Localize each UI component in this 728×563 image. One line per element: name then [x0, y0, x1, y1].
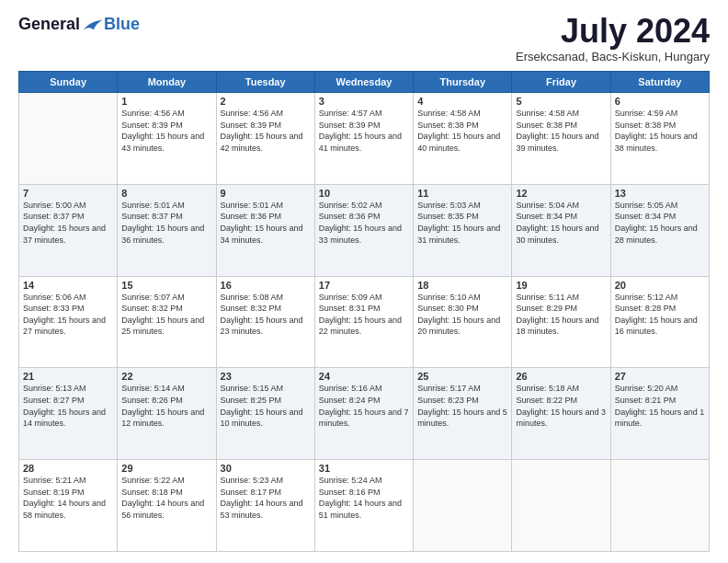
header-friday: Friday: [512, 72, 610, 93]
day-number: 31: [319, 463, 409, 474]
day-number: 1: [121, 96, 211, 107]
day-number: 5: [516, 96, 606, 107]
sunset-text: Sunset: 8:28 PM: [615, 303, 705, 315]
day-number: 20: [615, 280, 705, 291]
table-cell: 27Sunrise: 5:20 AMSunset: 8:21 PMDayligh…: [610, 368, 709, 460]
day-number: 16: [221, 280, 311, 291]
sunrise-text: Sunrise: 4:56 AM: [121, 108, 211, 120]
table-cell: 16Sunrise: 5:08 AMSunset: 8:32 PMDayligh…: [216, 276, 314, 368]
sunrise-text: Sunrise: 4:59 AM: [615, 108, 705, 120]
weekday-header-row: Sunday Monday Tuesday Wednesday Thursday…: [19, 72, 710, 93]
sunrise-text: Sunrise: 4:58 AM: [516, 108, 606, 120]
sunset-text: Sunset: 8:39 PM: [121, 120, 211, 132]
day-info: Sunrise: 4:57 AMSunset: 8:39 PMDaylight:…: [319, 108, 409, 154]
day-info: Sunrise: 5:15 AMSunset: 8:25 PMDaylight:…: [221, 383, 311, 429]
daylight-text: Daylight: 15 hours and 34 minutes.: [221, 223, 311, 246]
table-cell: 29Sunrise: 5:22 AMSunset: 8:18 PMDayligh…: [118, 460, 216, 552]
logo: General Blue: [18, 15, 140, 34]
daylight-text: Daylight: 15 hours and 39 minutes.: [516, 131, 606, 154]
sunset-text: Sunset: 8:23 PM: [417, 395, 507, 407]
sunrise-text: Sunrise: 5:13 AM: [23, 383, 113, 395]
table-cell: 19Sunrise: 5:11 AMSunset: 8:29 PMDayligh…: [512, 276, 610, 368]
day-info: Sunrise: 5:04 AMSunset: 8:34 PMDaylight:…: [516, 200, 606, 246]
sunset-text: Sunset: 8:31 PM: [319, 303, 409, 315]
sunrise-text: Sunrise: 5:11 AM: [516, 292, 606, 304]
day-number: 22: [121, 371, 211, 382]
location-subtitle: Ersekcsanad, Bacs-Kiskun, Hungary: [516, 50, 710, 63]
table-cell: 12Sunrise: 5:04 AMSunset: 8:34 PMDayligh…: [512, 184, 610, 276]
table-cell: 6Sunrise: 4:59 AMSunset: 8:38 PMDaylight…: [610, 93, 709, 185]
table-cell: 30Sunrise: 5:23 AMSunset: 8:17 PMDayligh…: [216, 460, 314, 552]
table-cell: [512, 460, 610, 552]
daylight-text: Daylight: 15 hours and 42 minutes.: [221, 131, 311, 154]
sunset-text: Sunset: 8:19 PM: [23, 487, 113, 499]
day-info: Sunrise: 5:11 AMSunset: 8:29 PMDaylight:…: [516, 292, 606, 338]
sunrise-text: Sunrise: 5:17 AM: [417, 383, 507, 395]
table-cell: 24Sunrise: 5:16 AMSunset: 8:24 PMDayligh…: [314, 368, 413, 460]
daylight-text: Daylight: 15 hours and 33 minutes.: [319, 223, 409, 246]
sunset-text: Sunset: 8:32 PM: [121, 303, 211, 315]
daylight-text: Daylight: 15 hours and 1 minute.: [615, 407, 705, 430]
sunrise-text: Sunrise: 5:16 AM: [319, 383, 409, 395]
sunset-text: Sunset: 8:18 PM: [121, 487, 211, 499]
sunrise-text: Sunrise: 5:01 AM: [221, 200, 311, 212]
day-number: 7: [23, 188, 113, 199]
table-cell: 7Sunrise: 5:00 AMSunset: 8:37 PMDaylight…: [19, 184, 118, 276]
day-info: Sunrise: 5:21 AMSunset: 8:19 PMDaylight:…: [23, 475, 113, 521]
daylight-text: Daylight: 15 hours and 37 minutes.: [23, 223, 113, 246]
daylight-text: Daylight: 14 hours and 53 minutes.: [221, 498, 311, 521]
sunrise-text: Sunrise: 5:03 AM: [417, 200, 507, 212]
day-info: Sunrise: 5:06 AMSunset: 8:33 PMDaylight:…: [23, 292, 113, 338]
daylight-text: Daylight: 15 hours and 40 minutes.: [417, 131, 507, 154]
daylight-text: Daylight: 14 hours and 51 minutes.: [319, 498, 409, 521]
table-cell: 20Sunrise: 5:12 AMSunset: 8:28 PMDayligh…: [610, 276, 709, 368]
sunrise-text: Sunrise: 5:08 AM: [221, 292, 311, 304]
sunrise-text: Sunrise: 5:15 AM: [221, 383, 311, 395]
header-thursday: Thursday: [414, 72, 512, 93]
table-cell: 5Sunrise: 4:58 AMSunset: 8:38 PMDaylight…: [512, 93, 610, 185]
sunrise-text: Sunrise: 5:24 AM: [319, 475, 409, 487]
daylight-text: Daylight: 15 hours and 3 minutes.: [516, 407, 606, 430]
day-info: Sunrise: 5:10 AMSunset: 8:30 PMDaylight:…: [417, 292, 507, 338]
calendar-week-row: 21Sunrise: 5:13 AMSunset: 8:27 PMDayligh…: [19, 368, 710, 460]
header-monday: Monday: [118, 72, 216, 93]
day-number: 17: [319, 280, 409, 291]
day-info: Sunrise: 5:05 AMSunset: 8:34 PMDaylight:…: [615, 200, 705, 246]
table-cell: 14Sunrise: 5:06 AMSunset: 8:33 PMDayligh…: [19, 276, 118, 368]
sunrise-text: Sunrise: 5:22 AM: [121, 475, 211, 487]
daylight-text: Daylight: 15 hours and 23 minutes.: [221, 315, 311, 338]
day-info: Sunrise: 5:23 AMSunset: 8:17 PMDaylight:…: [221, 475, 311, 521]
sunrise-text: Sunrise: 5:18 AM: [516, 383, 606, 395]
day-info: Sunrise: 4:59 AMSunset: 8:38 PMDaylight:…: [615, 108, 705, 154]
day-info: Sunrise: 5:24 AMSunset: 8:16 PMDaylight:…: [319, 475, 409, 521]
daylight-text: Daylight: 15 hours and 18 minutes.: [516, 315, 606, 338]
day-number: 12: [516, 188, 606, 199]
sunset-text: Sunset: 8:39 PM: [221, 120, 311, 132]
month-title: July 2024: [516, 15, 710, 48]
table-cell: 26Sunrise: 5:18 AMSunset: 8:22 PMDayligh…: [512, 368, 610, 460]
day-info: Sunrise: 4:56 AMSunset: 8:39 PMDaylight:…: [121, 108, 211, 154]
day-info: Sunrise: 5:16 AMSunset: 8:24 PMDaylight:…: [319, 383, 409, 429]
day-number: 19: [516, 280, 606, 291]
day-info: Sunrise: 5:14 AMSunset: 8:26 PMDaylight:…: [121, 383, 211, 429]
title-block: July 2024 Ersekcsanad, Bacs-Kiskun, Hung…: [516, 15, 710, 63]
day-number: 4: [417, 96, 507, 107]
calendar-body: 1Sunrise: 4:56 AMSunset: 8:39 PMDaylight…: [19, 93, 710, 552]
sunset-text: Sunset: 8:30 PM: [417, 303, 507, 315]
daylight-text: Daylight: 15 hours and 36 minutes.: [121, 223, 211, 246]
day-info: Sunrise: 5:13 AMSunset: 8:27 PMDaylight:…: [23, 383, 113, 429]
sunrise-text: Sunrise: 5:01 AM: [121, 200, 211, 212]
day-number: 30: [221, 463, 311, 474]
day-info: Sunrise: 5:01 AMSunset: 8:36 PMDaylight:…: [221, 200, 311, 246]
table-cell: 25Sunrise: 5:17 AMSunset: 8:23 PMDayligh…: [414, 368, 512, 460]
table-cell: 15Sunrise: 5:07 AMSunset: 8:32 PMDayligh…: [118, 276, 216, 368]
table-cell: 31Sunrise: 5:24 AMSunset: 8:16 PMDayligh…: [314, 460, 413, 552]
day-number: 8: [121, 188, 211, 199]
page: General Blue July 2024 Ersekcsanad, Bacs…: [0, 0, 728, 563]
sunset-text: Sunset: 8:36 PM: [221, 211, 311, 223]
sunset-text: Sunset: 8:21 PM: [615, 395, 705, 407]
sunset-text: Sunset: 8:38 PM: [417, 120, 507, 132]
daylight-text: Daylight: 14 hours and 58 minutes.: [23, 498, 113, 521]
day-info: Sunrise: 4:58 AMSunset: 8:38 PMDaylight:…: [516, 108, 606, 154]
sunset-text: Sunset: 8:39 PM: [319, 120, 409, 132]
